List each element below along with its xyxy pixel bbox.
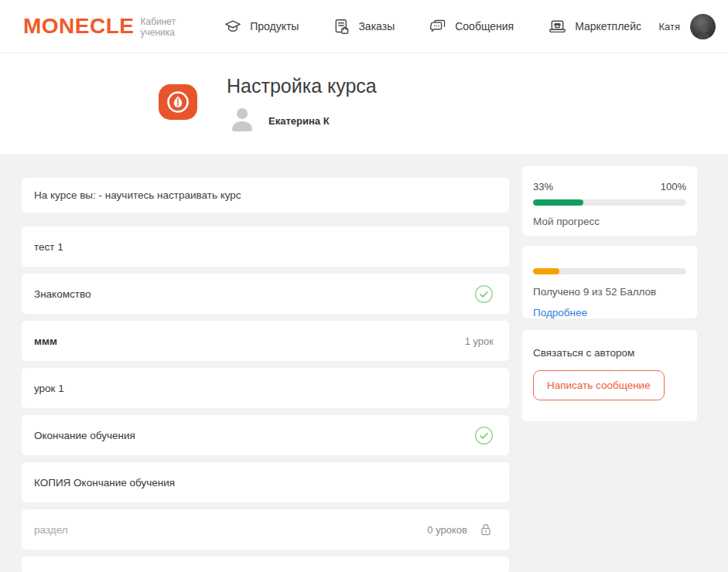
author-name: Екатерина К [268, 115, 330, 127]
nav-label: Заказы [358, 20, 395, 32]
nav-item-orders[interactable]: Заказы [333, 18, 395, 36]
section-lessons-count: 1 урок [465, 335, 494, 347]
list-item-partial[interactable] [22, 557, 509, 572]
section-title: Знакомство [34, 288, 463, 300]
brand-name: MONECLE [23, 14, 135, 39]
orders-icon [333, 18, 350, 36]
points-card: Получено 9 из 52 Баллов Подробнее [522, 246, 697, 318]
brand-logo[interactable]: MONECLE Кабинет ученика [23, 14, 176, 39]
progress-label: Мой прогресс [533, 216, 686, 227]
author-avatar-placeholder-icon [227, 107, 258, 134]
points-text: Получено 9 из 52 Баллов [533, 286, 686, 298]
course-flame-icon [159, 84, 197, 120]
section-title: ммм [34, 335, 456, 347]
user-name: Катя [658, 21, 680, 32]
section-title: КОПИЯ Окончание обучения [34, 477, 494, 489]
course-section-row[interactable]: раздел 0 уроков [22, 509, 509, 550]
brand-tagline: Кабинет ученика [141, 16, 176, 38]
course-author: Екатерина К [227, 107, 377, 134]
completed-check-icon [474, 284, 494, 304]
progress-bar-fill [533, 199, 583, 206]
course-section-row[interactable]: КОПИЯ Окончание обучения [22, 462, 509, 502]
write-message-button[interactable]: Написать сообщение [533, 370, 665, 400]
nav-item-marketplace[interactable]: Маркетплейс [548, 18, 641, 36]
course-section-row[interactable]: ммм 1 урок [22, 321, 509, 361]
points-bar-fill [533, 268, 559, 274]
section-title: раздел [34, 524, 418, 536]
course-description-text: На курсе вы: - научитесь настраивать кур… [34, 189, 241, 201]
contact-author-card: Связаться с автором Написать сообщение [522, 330, 697, 421]
progress-percent-row: 33% 100% [533, 181, 686, 192]
messages-icon [429, 18, 447, 35]
course-sections: На курсе вы: - научитесь настраивать кур… [22, 178, 509, 572]
nav-label: Продукты [250, 20, 299, 32]
sidebar: 33% 100% Мой прогресс Получено 9 из 52 Б… [522, 166, 697, 421]
course-header: Настройка курса Екатерина К [0, 53, 728, 154]
course-description-card[interactable]: На курсе вы: - научитесь настраивать кур… [22, 178, 509, 213]
nav-label: Сообщения [455, 20, 514, 32]
section-title: урок 1 [34, 383, 494, 394]
points-details-link[interactable]: Подробнее [533, 307, 587, 318]
section-lessons-count: 0 уроков [427, 524, 467, 536]
main-nav: Продукты Заказы [224, 18, 641, 36]
nav-item-products[interactable]: Продукты [224, 18, 299, 35]
top-navigation-bar: MONECLE Кабинет ученика Продукты [0, 0, 728, 53]
nav-label: Маркетплейс [575, 20, 641, 32]
page-title: Настройка курса [227, 75, 377, 97]
user-menu[interactable]: Катя [658, 14, 716, 39]
points-bar-track [533, 268, 686, 274]
completed-check-icon [474, 426, 494, 445]
section-title: Окончание обучения [34, 430, 463, 441]
course-section-row[interactable]: урок 1 [22, 368, 509, 408]
main-area: На курсе вы: - научитесь настраивать кур… [0, 154, 728, 572]
graduation-cap-icon [224, 18, 242, 35]
nav-item-messages[interactable]: Сообщения [429, 18, 514, 35]
course-section-row[interactable]: Окончание обучения [22, 415, 509, 455]
progress-bar-track [533, 199, 686, 206]
section-title: тест 1 [34, 241, 494, 253]
contact-author-title: Связаться с автором [533, 347, 686, 359]
course-section-row[interactable]: Знакомство [22, 274, 509, 314]
progress-card: 33% 100% Мой прогресс [522, 166, 697, 236]
progress-current: 33% [533, 181, 553, 192]
progress-max: 100% [661, 181, 686, 192]
user-avatar [690, 14, 716, 39]
marketplace-icon [548, 18, 567, 36]
course-section-row[interactable]: тест 1 [22, 226, 509, 267]
course-head-info: Настройка курса Екатерина К [227, 73, 377, 154]
lock-icon [478, 521, 494, 538]
